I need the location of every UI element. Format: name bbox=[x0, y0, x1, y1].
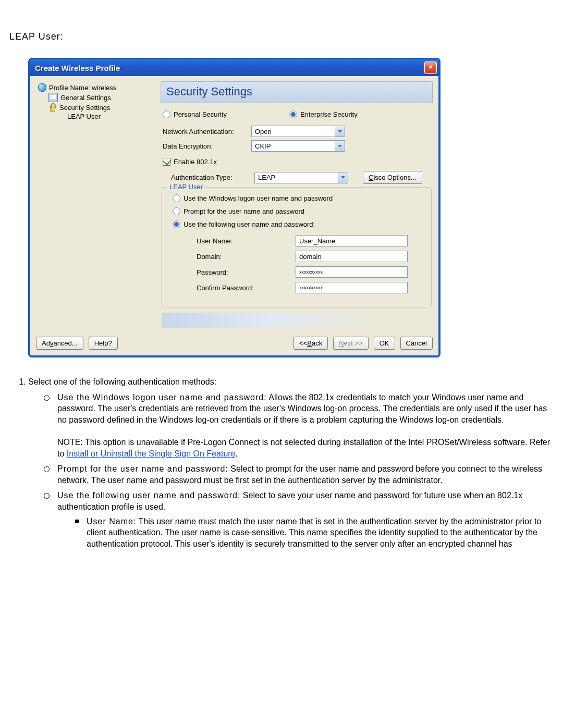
checkbox-label: Enable 802.1x bbox=[174, 158, 217, 166]
label-network-authentication: Network Authentication: bbox=[163, 128, 251, 135]
dialog-title: Create Wireless Profile bbox=[35, 64, 120, 72]
fieldset-leap-user: LEAP User Use the Windows logon user nam… bbox=[162, 187, 432, 307]
btn-label: anced... bbox=[53, 339, 77, 347]
chevron-down-icon bbox=[335, 141, 345, 151]
next-button: Next >> bbox=[333, 337, 369, 350]
doc-text: . bbox=[236, 449, 238, 458]
link-install-sso[interactable]: Install or Uninstall the Single Sign On … bbox=[67, 449, 236, 458]
back-button[interactable]: << Back bbox=[293, 337, 328, 350]
doc-subbullet-user-name: User Name: This user name must match the… bbox=[75, 516, 556, 550]
label-domain: Domain: bbox=[197, 253, 296, 261]
radio-icon bbox=[289, 110, 297, 118]
doc-bullet-windows-logon: Use the Windows logon user name and pass… bbox=[44, 392, 556, 460]
btn-label: isco Options... bbox=[373, 174, 416, 181]
doc-text: Select one of the following authenticati… bbox=[28, 377, 216, 386]
radio-label: Personal Security bbox=[174, 110, 227, 118]
radio-icon bbox=[173, 194, 180, 202]
btn-label: << bbox=[299, 339, 307, 347]
input-password[interactable] bbox=[296, 266, 408, 278]
decorative-bar bbox=[162, 313, 432, 328]
help-button[interactable]: Help? bbox=[89, 337, 118, 350]
radio-icon bbox=[163, 110, 170, 118]
tree-general-settings[interactable]: General Settings bbox=[48, 93, 155, 102]
page-heading: LEAP User: bbox=[9, 31, 556, 42]
checkbox-icon bbox=[163, 158, 170, 166]
tree-security-settings[interactable]: Security Settings bbox=[48, 103, 155, 112]
cisco-options-button[interactable]: Cisco Options... bbox=[363, 171, 422, 184]
fieldset-legend: LEAP User bbox=[167, 183, 205, 191]
globe-icon bbox=[38, 83, 46, 92]
label-confirm-password: Confirm Password: bbox=[197, 284, 296, 292]
lock-icon bbox=[48, 103, 57, 112]
close-icon[interactable]: × bbox=[424, 61, 437, 74]
label-user-name: User Name: bbox=[197, 237, 296, 245]
advanced-button[interactable]: Advanced... bbox=[36, 337, 83, 350]
radio-label: Use the following user name and password… bbox=[183, 220, 315, 228]
chevron-down-icon bbox=[338, 172, 348, 183]
tree-label: LEAP User bbox=[67, 113, 101, 120]
input-domain[interactable] bbox=[296, 251, 408, 262]
checkbox-enable-8021x[interactable]: Enable 802.1x bbox=[163, 158, 217, 166]
input-user-name[interactable] bbox=[296, 235, 408, 246]
radio-icon bbox=[173, 207, 180, 215]
nav-tree: Profile Name: wireless General Settings … bbox=[36, 81, 157, 328]
cancel-button[interactable]: Cancel bbox=[400, 337, 433, 350]
titlebar: Create Wireless Profile × bbox=[30, 59, 439, 76]
radio-label: Prompt for the user name and password bbox=[183, 207, 304, 215]
doc-text: User Name: bbox=[87, 517, 136, 526]
btn-label: ext >> bbox=[344, 339, 363, 347]
doc-bullet-prompt: Prompt for the user name and password: S… bbox=[44, 463, 556, 486]
select-network-authentication[interactable]: Open bbox=[251, 126, 345, 137]
radio-prompt-credentials[interactable]: Prompt for the user name and password bbox=[173, 207, 304, 215]
doc-text: Use the Windows logon user name and pass… bbox=[57, 393, 267, 402]
doc-text: Prompt for the user name and password: bbox=[57, 464, 228, 473]
radio-enterprise-security[interactable]: Enterprise Security bbox=[289, 110, 358, 118]
tree-leap-user[interactable]: LEAP User bbox=[67, 113, 155, 120]
btn-label: ack bbox=[312, 339, 322, 347]
select-authentication-type[interactable]: LEAP bbox=[254, 172, 348, 183]
tree-profile-root[interactable]: Profile Name: wireless bbox=[38, 83, 155, 92]
computer-icon bbox=[48, 93, 58, 102]
radio-use-windows-logon[interactable]: Use the Windows logon user name and pass… bbox=[173, 194, 333, 202]
label-authentication-type: Authentication Type: bbox=[163, 174, 254, 181]
label-data-encryption: Data Encryption: bbox=[163, 142, 251, 150]
select-value: Open bbox=[255, 128, 272, 135]
doc-step-1: Select one of the following authenticati… bbox=[28, 376, 556, 549]
select-value: LEAP bbox=[258, 174, 275, 181]
chevron-down-icon bbox=[335, 126, 345, 137]
ok-button[interactable]: OK bbox=[374, 337, 395, 350]
doc-text: Use the following user name and password… bbox=[57, 491, 240, 500]
btn-label: N bbox=[339, 339, 344, 347]
radio-label: Enterprise Security bbox=[300, 110, 358, 118]
label-password: Password: bbox=[197, 268, 296, 276]
dialog-footer: Advanced... Help? << Back Next >> OK Can… bbox=[30, 332, 439, 356]
select-value: CKIP bbox=[255, 142, 271, 150]
tree-label: General Settings bbox=[60, 94, 111, 102]
btn-label: Ad bbox=[42, 339, 50, 347]
radio-use-following-credentials[interactable]: Use the following user name and password… bbox=[173, 220, 315, 228]
input-confirm-password[interactable] bbox=[296, 282, 408, 293]
documentation-text: Select one of the following authenticati… bbox=[15, 376, 556, 549]
dialog-create-wireless-profile: Create Wireless Profile × Profile Name: … bbox=[28, 58, 440, 357]
radio-icon bbox=[173, 220, 180, 228]
radio-label: Use the Windows logon user name and pass… bbox=[183, 194, 333, 202]
panel-title: Security Settings bbox=[161, 81, 433, 103]
doc-text: This user name must match the user name … bbox=[87, 517, 541, 548]
tree-label: Profile Name: wireless bbox=[49, 84, 116, 92]
btn-label: B bbox=[307, 339, 312, 347]
select-data-encryption[interactable]: CKIP bbox=[251, 140, 345, 152]
doc-bullet-following: Use the following user name and password… bbox=[44, 490, 556, 549]
tree-label: Security Settings bbox=[59, 104, 111, 112]
radio-personal-security[interactable]: Personal Security bbox=[163, 110, 227, 118]
